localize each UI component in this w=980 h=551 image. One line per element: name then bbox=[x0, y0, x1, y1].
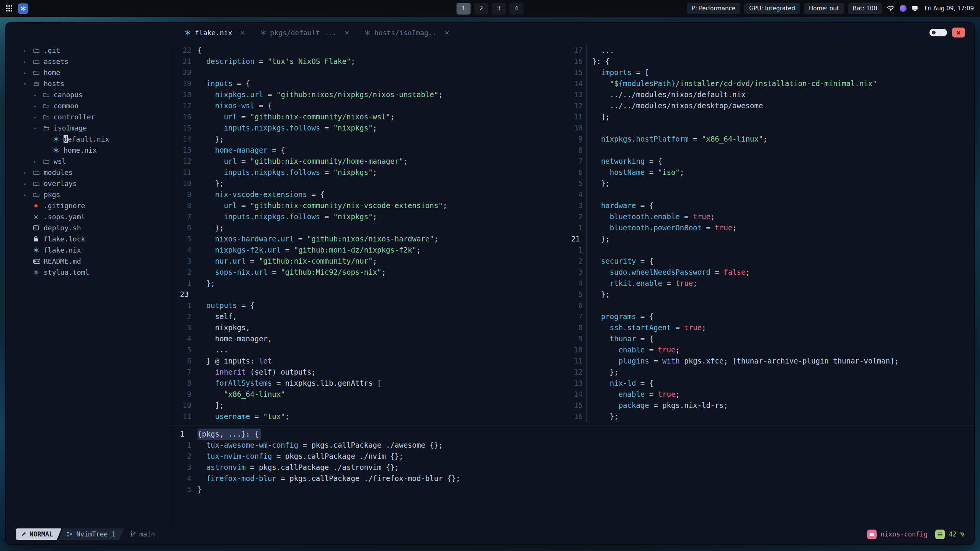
code-line[interactable]: 7 inputs.nixpkgs.follows = "nixpkgs"; bbox=[175, 211, 567, 222]
tree-item-deploy-sh[interactable]: deploy.sh bbox=[23, 222, 172, 233]
tree-item-controller[interactable]: ▸controller bbox=[23, 111, 172, 122]
code-line[interactable]: 11 username = "tux"; bbox=[175, 411, 567, 422]
tree-item-isoimage[interactable]: ▾isoImage bbox=[23, 122, 172, 134]
workspace-button-3[interactable]: 3 bbox=[492, 3, 506, 15]
code-line[interactable]: 11 ]; bbox=[567, 111, 974, 122]
code-line[interactable]: 4 nixpkgs-f2k.url = "github:moni-dz/nixp… bbox=[175, 245, 567, 256]
code-line[interactable]: 4 home-manager, bbox=[175, 333, 567, 344]
code-line[interactable]: 21 }; bbox=[567, 233, 974, 245]
code-line[interactable]: 2 bluetooth.enable = true; bbox=[567, 211, 974, 222]
chevron-right-icon[interactable]: ▸ bbox=[33, 103, 43, 109]
tree-item-wsl[interactable]: ▸wsl bbox=[23, 156, 172, 167]
chevron-right-icon[interactable]: ▸ bbox=[33, 114, 43, 120]
tree-item-home-nix[interactable]: home.nix bbox=[23, 145, 172, 156]
chevron-right-icon[interactable]: ▸ bbox=[23, 181, 33, 187]
code-line[interactable]: 4 firefox-mod-blur = pkgs.callPackage ./… bbox=[175, 473, 974, 484]
editor-pane-flake[interactable]: 22{21 description = "tux's NixOS Flake";… bbox=[172, 45, 567, 422]
tree-item-canopus[interactable]: ▸canopus bbox=[23, 89, 172, 100]
code-line[interactable]: 14 }; bbox=[175, 134, 567, 145]
code-line[interactable]: 17 nixos-wsl = { bbox=[175, 100, 567, 111]
code-line[interactable]: 8 url = "github:nix-community/nix-vscode… bbox=[175, 200, 567, 211]
tab-flake-nix[interactable]: flake.nix× bbox=[177, 23, 253, 42]
code-line[interactable]: 5 }; bbox=[567, 289, 974, 300]
code-line[interactable]: 6 bbox=[567, 300, 974, 311]
code-line[interactable]: 10 }; bbox=[175, 178, 567, 189]
code-line[interactable]: 16 url = "github:nix-community/nixos-wsl… bbox=[175, 111, 567, 122]
code-line[interactable]: 21 description = "tux's NixOS Flake"; bbox=[175, 56, 567, 67]
code-line[interactable]: 8 ssh.startAgent = true; bbox=[567, 322, 974, 333]
code-line[interactable]: 1 tux-awesome-wm-config = pkgs.callPacka… bbox=[175, 440, 974, 451]
code-line[interactable]: 9 nixpkgs.hostPlatform = "x86_64-linux"; bbox=[567, 134, 974, 145]
code-line[interactable]: 16}: { bbox=[567, 56, 974, 67]
code-line[interactable]: 12 ../../modules/nixos/desktop/awesome bbox=[567, 100, 974, 111]
tab-close-icon[interactable]: × bbox=[240, 29, 245, 36]
tree-item-home[interactable]: ▸home bbox=[23, 67, 172, 78]
code-line[interactable]: 9 "x86_64-linux" bbox=[175, 389, 567, 400]
chevron-right-icon[interactable]: ▸ bbox=[23, 59, 33, 65]
tree-item--sops-yaml[interactable]: .sops.yaml bbox=[23, 211, 172, 222]
code-line[interactable]: 5 nixos-hardware.url = "github:nixos/nix… bbox=[175, 233, 567, 245]
code-line[interactable]: 14 enable = true; bbox=[567, 389, 974, 400]
tab-close-icon[interactable]: × bbox=[345, 29, 349, 36]
code-line[interactable]: 6 } @ inputs: let bbox=[175, 355, 567, 367]
code-line[interactable]: 1 bluetooth.powerOnBoot = true; bbox=[567, 222, 974, 233]
wifi-icon[interactable] bbox=[887, 5, 895, 11]
code-line[interactable]: 13 nix-ld = { bbox=[567, 378, 974, 389]
code-line[interactable]: 11 plugins = with pkgs.xfce; [thunar-arc… bbox=[567, 355, 974, 367]
editor-pane-pkgs[interactable]: 1{pkgs, ...}: {1 tux-awesome-wm-config =… bbox=[172, 425, 974, 495]
code-line[interactable]: 15 package = pkgs.nix-ld-rs; bbox=[567, 400, 974, 411]
chevron-right-icon[interactable]: ▸ bbox=[33, 92, 43, 98]
window-close-button[interactable]: × bbox=[952, 28, 965, 37]
code-line[interactable]: 7 programs = { bbox=[567, 311, 974, 322]
code-line[interactable]: 1 }; bbox=[175, 278, 567, 289]
workspace-button-2[interactable]: 2 bbox=[474, 3, 488, 15]
chevron-down-icon[interactable]: ▾ bbox=[33, 125, 43, 131]
tree-item-default-nix[interactable]: default.nix bbox=[23, 134, 172, 145]
code-line[interactable]: 3 hardware = { bbox=[567, 200, 974, 211]
chevron-right-icon[interactable]: ▸ bbox=[23, 70, 33, 76]
code-line[interactable]: 10 ]; bbox=[175, 400, 567, 411]
screen-icon[interactable] bbox=[911, 6, 918, 11]
code-line[interactable]: 10 bbox=[567, 122, 974, 134]
tray-app-icon[interactable] bbox=[900, 5, 906, 12]
code-line[interactable]: 6 hostName = "iso"; bbox=[567, 167, 974, 178]
code-line[interactable]: 19 inputs = { bbox=[175, 78, 567, 89]
code-line[interactable]: 9 nix-vscode-extensions = { bbox=[175, 189, 567, 200]
code-line[interactable]: 7 networking = { bbox=[567, 156, 974, 167]
code-line[interactable]: 17 ... bbox=[567, 45, 974, 56]
code-line[interactable]: 16 }; bbox=[567, 411, 974, 422]
tree-item-pkgs[interactable]: ▸pkgs bbox=[23, 189, 172, 200]
tree-item-readme-md[interactable]: README.md bbox=[23, 256, 172, 267]
tree-item-flake-lock[interactable]: flake.lock bbox=[23, 233, 172, 245]
code-line[interactable]: 2 self, bbox=[175, 311, 567, 322]
code-line[interactable]: 1 outputs = { bbox=[175, 300, 567, 311]
code-line[interactable]: 12 url = "github:nix-community/home-mana… bbox=[175, 156, 567, 167]
tree-item-flake-nix[interactable]: flake.nix bbox=[23, 245, 172, 256]
code-line[interactable]: 1{pkgs, ...}: { bbox=[175, 429, 974, 440]
code-line[interactable]: 20 bbox=[175, 67, 567, 78]
tree-item-hosts[interactable]: ▾hosts bbox=[23, 78, 172, 89]
code-line[interactable]: 7 inherit (self) outputs; bbox=[175, 367, 567, 378]
code-line[interactable]: 15 inputs.nixpkgs.follows = "nixpkgs"; bbox=[175, 122, 567, 134]
tab-close-icon[interactable]: × bbox=[445, 29, 449, 36]
code-line[interactable]: 11 inputs.nixpkgs.follows = "nixpkgs"; bbox=[175, 167, 567, 178]
code-line[interactable]: 5 }; bbox=[567, 178, 974, 189]
code-line[interactable]: 3 astronvim = pkgs.callPackage ./astronv… bbox=[175, 462, 974, 473]
chevron-down-icon[interactable]: ▾ bbox=[23, 81, 33, 87]
tree-item-assets[interactable]: ▸assets bbox=[23, 56, 172, 67]
code-line[interactable]: 2 sops-nix.url = "github:Mic92/sops-nix"… bbox=[175, 267, 567, 278]
code-line[interactable]: 1 bbox=[567, 245, 974, 256]
code-line[interactable]: 2 tux-nvim-config = pkgs.callPackage ./n… bbox=[175, 451, 974, 462]
launcher-icon[interactable] bbox=[18, 3, 28, 14]
tree-item-stylua-toml[interactable]: stylua.toml bbox=[23, 267, 172, 278]
workspace-button-1[interactable]: 1 bbox=[457, 3, 471, 15]
chevron-right-icon[interactable]: ▸ bbox=[23, 192, 33, 198]
titlebar-toggle-button[interactable] bbox=[929, 29, 947, 36]
code-line[interactable]: 12 }; bbox=[567, 367, 974, 378]
tree-item-overlays[interactable]: ▸overlays bbox=[23, 178, 172, 189]
code-line[interactable]: 8 bbox=[567, 145, 974, 156]
code-line[interactable]: 3 nur.url = "github:nix-community/nur"; bbox=[175, 256, 567, 267]
code-line[interactable]: 14 "${modulesPath}/installer/cd-dvd/inst… bbox=[567, 78, 974, 89]
code-line[interactable]: 13 ../../modules/nixos/default.nix bbox=[567, 89, 974, 100]
tree-item-modules[interactable]: ▸modules bbox=[23, 167, 172, 178]
